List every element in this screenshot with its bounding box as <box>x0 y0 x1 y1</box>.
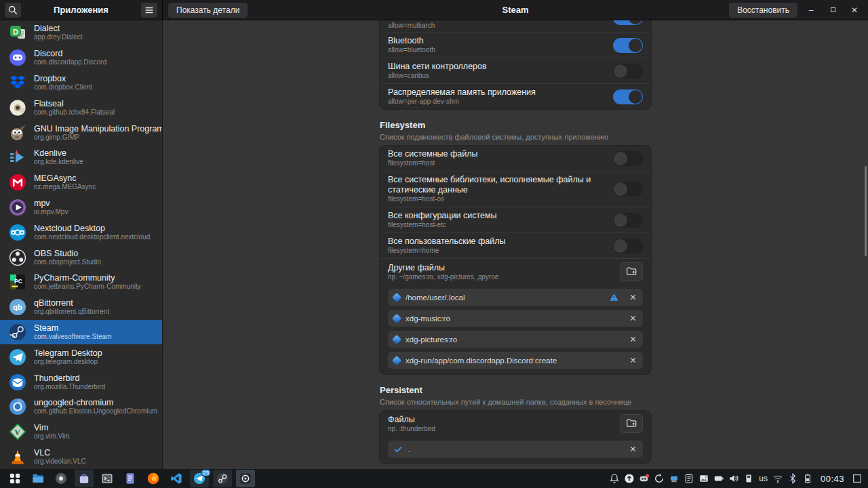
wifi-icon[interactable] <box>772 473 783 484</box>
app-id: nz.mega.MEGAsync <box>34 183 96 191</box>
app-name: VLC <box>34 448 86 458</box>
vertical-scrollbar[interactable] <box>865 166 867 256</box>
sidebar-item-flatseal[interactable]: Flatsealcom.github.tchx84.Flatseal <box>0 95 162 120</box>
toggle-switch[interactable] <box>613 64 643 79</box>
keyboard-layout[interactable]: us <box>758 474 768 483</box>
permissions-pane[interactable]: allow=multiarchBluetoothallow=bluetoothШ… <box>163 20 868 469</box>
removable-device-icon[interactable] <box>743 473 754 484</box>
sidebar-item-obs-studio[interactable]: OBS Studiocom.obsproject.Studio <box>0 245 162 270</box>
permission-row: Распределяемая память приложенияallow=pe… <box>380 83 651 109</box>
maximize-button[interactable] <box>825 3 841 18</box>
toggle-switch[interactable] <box>613 213 643 228</box>
remove-path-button[interactable] <box>629 314 637 323</box>
clock[interactable]: 00:43 <box>821 474 844 484</box>
sidebar-item-vim[interactable]: VVimorg.vim.Vim <box>0 420 162 445</box>
path-entry[interactable]: . <box>388 441 643 458</box>
taskbar: 23 us00:43 <box>0 469 868 488</box>
toggle-switch[interactable] <box>613 89 643 104</box>
path-value: xdg-run/app/com.discordapp.Discord:creat… <box>406 357 557 365</box>
app-name: PyCharm-Community <box>34 273 141 283</box>
toggle-switch[interactable] <box>613 20 643 25</box>
sidebar-item-nextcloud-desktop[interactable]: Nextcloud Desktopcom.nextcloud.desktopcl… <box>0 220 162 245</box>
taskbar-steam-launcher[interactable] <box>213 470 232 487</box>
battery-vertical-icon[interactable] <box>802 473 813 484</box>
sidebar-item-dialect[interactable]: DDialectapp.drey.Dialect <box>0 20 162 45</box>
sidebar-item-pycharm-community[interactable]: PCPyCharm-Communitycom.jetbrains.PyCharm… <box>0 270 162 295</box>
taskbar-terminal-launcher[interactable] <box>98 470 117 487</box>
restore-button[interactable]: Восстановить <box>729 3 797 18</box>
flatseal-icon <box>8 98 27 117</box>
remove-path-button[interactable] <box>629 356 637 365</box>
toggle-switch[interactable] <box>613 151 643 166</box>
sidebar-item-thunderbird[interactable]: Thunderbirdorg.mozilla.Thunderbird <box>0 369 162 394</box>
sidebar-item-kdenlive[interactable]: Kdenliveorg.kde.kdenlive <box>0 145 162 170</box>
remove-path-button[interactable] <box>629 335 637 344</box>
sidebar-item-telegram-desktop[interactable]: Telegram Desktoporg.telegram.desktop <box>0 344 162 369</box>
sidebar-item-gnu-image-manipulation-program[interactable]: GNU Image Manipulation Programorg.gimp.G… <box>0 120 162 145</box>
taskbar-text-editor-launcher[interactable] <box>121 470 140 487</box>
minimize-button[interactable]: – <box>803 3 819 18</box>
path-entry[interactable]: xdg-pictures:ro <box>388 331 643 348</box>
menu-button[interactable] <box>141 3 157 18</box>
add-path-button[interactable] <box>620 262 643 281</box>
app-id: com.github.Eloston.UngoogledChromium <box>34 407 155 415</box>
path-entry[interactable]: xdg-music:ro <box>388 310 643 327</box>
taskbar-file-manager-launcher[interactable] <box>28 470 47 487</box>
toggle-switch[interactable] <box>613 239 643 253</box>
app-id: org.telegram.desktop <box>34 358 102 366</box>
taskbar-tweaks-launcher[interactable] <box>52 470 71 487</box>
add-path-button[interactable] <box>620 414 643 433</box>
app-name: Flatseal <box>34 99 115 108</box>
sidebar-item-ungoogled-chromium[interactable]: ungoogled-chromiumcom.github.Eloston.Ung… <box>0 394 162 420</box>
search-icon <box>7 4 19 16</box>
screenshot-icon[interactable] <box>698 473 709 484</box>
taskbar-firefox-launcher[interactable] <box>144 470 163 487</box>
volume-icon[interactable] <box>728 473 739 484</box>
app-id: com.discordapp.Discord <box>34 58 106 66</box>
taskbar-vscode-launcher[interactable] <box>167 470 186 487</box>
show-desktop-icon[interactable] <box>852 473 863 484</box>
firefox-icon <box>146 472 160 485</box>
discord-icon <box>8 48 27 67</box>
bell-icon[interactable] <box>609 473 620 484</box>
battery-icon[interactable] <box>713 473 724 484</box>
taskbar-flatseal-launcher[interactable] <box>236 470 255 487</box>
nextcloud-icon <box>8 223 27 242</box>
thunderbird-icon <box>8 373 27 392</box>
path-entry[interactable]: /home/user/.local <box>388 289 643 306</box>
cloud-icon[interactable] <box>669 473 679 484</box>
clipboard-icon[interactable] <box>684 473 694 484</box>
show-details-button[interactable]: Показать детали <box>168 3 248 18</box>
bluetooth-icon[interactable] <box>787 473 798 484</box>
close-button[interactable]: ✕ <box>846 3 863 18</box>
updater-icon[interactable] <box>624 473 635 484</box>
sidebar-item-vlc[interactable]: VLCorg.videolan.VLC <box>0 445 162 469</box>
sidebar-item-mpv[interactable]: mpvio.mpv.Mpv <box>0 195 162 220</box>
permission-row: Все конфигурации системыfilesystem=host-… <box>380 207 651 232</box>
sidebar-item-discord[interactable]: Discordcom.discordapp.Discord <box>0 45 162 70</box>
toggle-switch[interactable] <box>613 182 643 197</box>
sidebar-item-megasync[interactable]: MEGAsyncnz.mega.MEGAsync <box>0 170 162 195</box>
search-button[interactable] <box>5 3 21 18</box>
maximize-icon <box>831 7 835 12</box>
remove-path-button[interactable] <box>629 293 637 302</box>
flatseal-window: Приложения Steam Показать детали Восстан… <box>0 0 868 469</box>
path-entry[interactable]: xdg-run/app/com.discordapp.Discord:creat… <box>388 352 643 369</box>
group-title: Файлы <box>388 415 435 425</box>
toggle-switch[interactable] <box>613 38 643 53</box>
sidebar-item-steam[interactable]: Steamcom.valvesoftware.Steam <box>0 320 162 345</box>
taskbar-telegram-launcher[interactable]: 23 <box>190 470 209 487</box>
persistent-card: Файлыпр. .thunderbird. <box>380 411 651 463</box>
system-tray: us00:43 <box>609 473 863 484</box>
sidebar-item-qbittorrent[interactable]: qbqBittorrentorg.qbittorrent.qBittorrent <box>0 295 162 320</box>
sidebar-title: Приложения <box>0 5 162 15</box>
remove-path-button[interactable] <box>629 445 637 453</box>
svg-text:qb: qb <box>13 303 22 311</box>
taskbar-software-launcher[interactable] <box>75 470 94 487</box>
app-id: io.mpv.Mpv <box>34 208 68 216</box>
discord-tray-icon[interactable] <box>639 473 650 484</box>
taskbar-app-grid-launcher[interactable] <box>5 470 24 487</box>
sync-icon[interactable] <box>654 473 665 484</box>
sidebar-item-dropbox[interactable]: Dropboxcom.dropbox.Client <box>0 70 162 96</box>
permission-key: filesystem=host-etc <box>388 221 497 229</box>
